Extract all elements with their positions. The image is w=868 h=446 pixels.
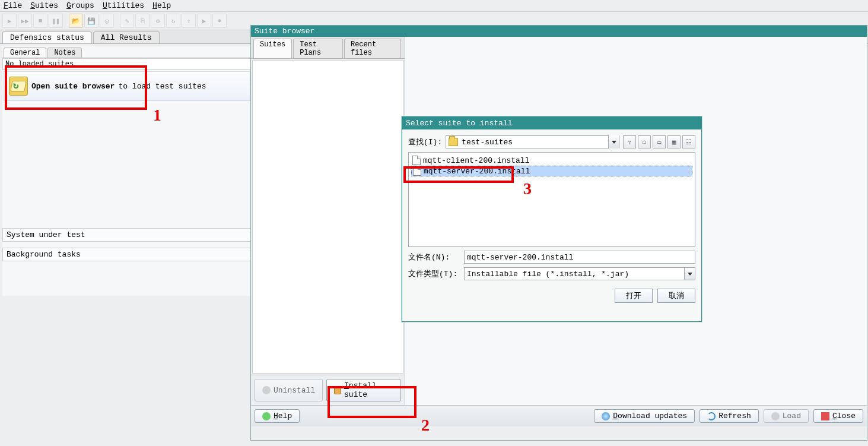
no-loaded-suites-label: No loaded suites [2,58,252,70]
tab-recent-files[interactable]: Recent files [344,39,401,58]
help-icon [262,412,271,420]
edit-icon[interactable]: ✎ [120,14,134,28]
open-button[interactable]: 打开 [615,289,653,303]
gear-icon[interactable]: ⚙ [151,14,165,28]
suite-browser-bottom-bar: Help Download updates Refresh Load Close [251,405,867,426]
help-button[interactable]: Help [255,409,300,423]
menu-groups[interactable]: Groups [66,1,94,10]
tab-notes[interactable]: Notes [47,48,82,58]
chevron-down-icon[interactable] [684,268,695,280]
open-suite-row: Open suite browser to load test suites [4,71,250,101]
look-in-value: test-suites [462,138,513,147]
file-icon [412,156,421,165]
play2-icon[interactable]: ▶ [197,14,211,28]
save-icon[interactable]: 💾 [84,14,98,28]
uninstall-button[interactable]: Uninstall [255,379,323,401]
globe-icon [602,412,610,420]
filename-input[interactable] [464,251,695,264]
tab-suites[interactable]: Suites [253,39,292,58]
file-item[interactable]: mqtt-client-200.install [411,155,692,166]
tab-defensics-status[interactable]: Defensics status [2,31,92,43]
inner-tabs: General Notes [2,46,252,58]
load-icon [771,412,780,420]
look-in-label: 查找(I): [408,137,442,147]
look-in-combo[interactable]: test-suites [446,135,619,148]
refresh-icon [707,412,716,420]
file-icon [413,166,421,176]
install-suite-button[interactable]: Install suite [326,379,401,401]
close-icon [821,412,829,420]
pause-icon[interactable]: ❚❚ [49,14,63,28]
file-item-label: mqtt-server-200.install [424,167,530,176]
package-icon [334,386,341,394]
file-list[interactable]: mqtt-client-200.install mqtt-server-200.… [408,152,695,247]
new-folder-icon[interactable]: ▭ [653,135,666,148]
tab-test-plans[interactable]: Test Plans [293,39,343,58]
folder-refresh-icon [9,77,28,96]
filename-label: 文件名(N): [408,252,459,262]
file-dialog: Select suite to install 查找(I): test-suit… [402,116,702,322]
menu-utilities[interactable]: Utilities [103,1,144,10]
list-view-icon[interactable]: ▦ [667,135,681,148]
home-icon[interactable]: ⌂ [638,135,651,148]
up-folder-icon[interactable]: ⇧ [623,135,636,148]
tab-general[interactable]: General [4,48,46,58]
export-icon[interactable]: ⇪ [182,14,196,28]
file-item-label: mqtt-client-200.install [423,156,529,165]
target-icon[interactable]: ◎ [100,14,114,28]
left-panel: General Notes No loaded suites Open suit… [2,46,252,296]
menu-file[interactable]: File [4,1,22,10]
cancel-button[interactable]: 取消 [657,289,695,303]
open-suite-browser-label: Open suite browser [31,82,115,91]
open-suite-rest-label: to load test suites [118,82,206,91]
file-dialog-title: Select suite to install [402,117,701,129]
filetype-label: 文件类型(T): [408,268,459,279]
tab-all-results[interactable]: All Results [93,31,160,43]
file-item[interactable]: mqtt-server-200.install [411,166,692,176]
uninstall-icon [262,386,271,394]
suite-tree[interactable] [252,60,403,374]
menu-bar: File Suites Groups Utilities Help [0,0,868,12]
close-button[interactable]: Close [813,409,863,423]
filetype-select[interactable]: Installable file (*.install, *.jar) [464,267,695,280]
download-updates-button[interactable]: Download updates [594,409,695,423]
suite-browser-title: Suite browser [251,26,867,37]
open-folder-icon[interactable]: 📂 [69,14,83,28]
folder-icon [449,138,458,146]
filetype-value: Installable file (*.install, *.jar) [467,270,629,279]
play-icon[interactable]: ▶ [2,14,17,28]
stop-icon[interactable]: ■ [33,14,47,28]
refresh-button[interactable]: Refresh [700,409,759,423]
suite-browser-left-pane: Suites Test Plans Recent files Uninstall… [251,37,405,405]
open-suite-browser-button[interactable]: Open suite browser [9,77,115,96]
load-button[interactable]: Load [764,409,809,423]
detail-view-icon[interactable]: ☷ [682,135,695,148]
menu-suites[interactable]: Suites [30,1,58,10]
system-under-test-section[interactable]: System under test [2,228,252,242]
background-tasks-section[interactable]: Background tasks [2,248,252,261]
menu-help[interactable]: Help [152,1,171,10]
record-icon[interactable]: ● [212,14,227,28]
refresh-icon[interactable]: ↻ [166,14,180,28]
step-icon[interactable]: ▶▶ [18,14,32,28]
copy-icon[interactable]: ⎘ [135,14,150,28]
chevron-down-icon[interactable] [608,135,619,148]
